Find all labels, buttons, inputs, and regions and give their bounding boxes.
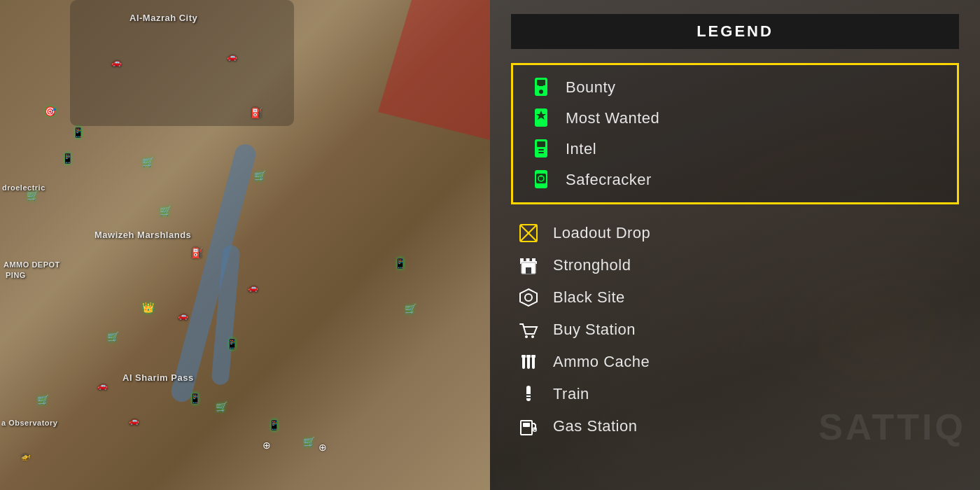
buystation-icon-cell — [511, 320, 546, 340]
label-city: Al-Mazrah City — [130, 13, 197, 23]
svg-rect-1 — [537, 80, 545, 85]
svg-rect-35 — [526, 394, 531, 396]
buystation-icon — [519, 320, 538, 340]
bounty-icon — [533, 78, 550, 97]
map-icon-most-wanted: 👑 — [140, 300, 155, 315]
svg-rect-20 — [520, 258, 524, 262]
safecracker-label: Safecracker — [559, 171, 652, 189]
intel-icon — [533, 139, 550, 159]
label-marshlands: Mawizeh Marshlands — [94, 230, 191, 240]
svg-rect-9 — [538, 152, 544, 153]
most-wanted-label: Most Wanted — [559, 109, 659, 127]
map-icon-intel-7: 📱 — [266, 417, 281, 433]
legend-item-train: Train — [511, 378, 959, 410]
bounty-label: Bounty — [559, 78, 616, 97]
intel-icon-cell — [524, 139, 559, 159]
ammo-icon — [519, 352, 538, 372]
svg-rect-11 — [536, 174, 546, 183]
svg-rect-3 — [539, 85, 543, 86]
map-icon-buy-3: 🛒 — [252, 168, 267, 183]
map-icon-vehicle-2: 🚗 — [224, 49, 239, 64]
label-observatory: a Observatory — [1, 419, 57, 427]
legend-item-safecracker: Safecracker — [524, 164, 946, 195]
svg-rect-34 — [526, 386, 531, 401]
gasstation-icon-cell — [511, 416, 546, 436]
svg-rect-21 — [526, 258, 530, 262]
map-icon-buy-8: 🛒 — [301, 434, 316, 449]
train-icon-cell — [511, 384, 546, 404]
map-icon-crosshair: ⊕ — [259, 438, 274, 453]
stronghold-icon-cell — [511, 255, 546, 275]
map-icon-buy-5: 🛒 — [402, 301, 418, 316]
svg-point-26 — [525, 335, 528, 338]
ammo-label: Ammo Cache — [546, 353, 650, 371]
map-icon-gas-1: ⛽ — [248, 105, 264, 120]
gasstation-icon — [519, 416, 538, 436]
ammo-icon-cell — [511, 352, 546, 372]
legend-item-intel: Intel — [524, 134, 946, 164]
label-sharim: Al Sharim Pass — [122, 372, 194, 383]
svg-rect-22 — [532, 258, 536, 262]
map-icon-intel-6: 📱 — [187, 391, 202, 406]
map-icon-buy-2: 🛒 — [140, 154, 155, 169]
label-ping: PING — [6, 271, 26, 279]
svg-rect-30 — [532, 356, 535, 369]
map-icon-buy-1: 🛒 — [24, 188, 40, 203]
legend-item-ammo: Ammo Cache — [511, 346, 959, 378]
blacksite-icon-cell — [511, 288, 546, 307]
svg-rect-29 — [527, 356, 530, 369]
svg-point-2 — [539, 90, 543, 94]
legend-item-bounty: Bounty — [524, 72, 946, 103]
map-icon-vehicle-1: 🚗 — [108, 55, 124, 70]
legend-title: LEGEND — [696, 22, 774, 40]
map-icon-gas-2: ⛽ — [189, 245, 204, 260]
map-icon-buy-6: 🛒 — [105, 329, 120, 344]
svg-rect-38 — [523, 423, 530, 427]
map-icon-intel-1: 🎯 — [42, 104, 57, 119]
legend-item-most-wanted: Most Wanted — [524, 103, 946, 134]
label-ammo-depot: AMMO DEPOT — [4, 260, 60, 269]
map-panel: Al-Mazrah City Mawizeh Marshlands Al Sha… — [0, 0, 490, 490]
legend-item-gasstation: Gas Station — [511, 410, 959, 442]
map-icon-intel-5: 📱 — [392, 255, 407, 271]
legend-item-stronghold: Stronghold — [511, 249, 959, 281]
stronghold-label: Stronghold — [546, 256, 631, 274]
safecracker-icon-cell — [524, 170, 559, 190]
svg-point-27 — [531, 335, 534, 338]
svg-rect-33 — [531, 355, 536, 358]
most-wanted-icon — [533, 108, 550, 128]
legend-title-bar: LEGEND — [511, 14, 959, 49]
svg-rect-8 — [538, 149, 544, 150]
train-icon — [524, 384, 533, 404]
map-icon-vehicle-5: 🚗 — [94, 378, 110, 393]
intel-label: Intel — [559, 140, 596, 158]
legend-highlighted-section: Bounty Most Wanted — [511, 63, 959, 204]
map-icon-intel-4: 📱 — [224, 336, 239, 351]
map-icon-intel-3: 📱 — [59, 150, 75, 166]
loadout-icon — [519, 223, 538, 243]
legend-panel: SATTIQ LEGEND Bounty — [490, 0, 980, 490]
loadout-label: Loadout Drop — [546, 224, 650, 242]
svg-rect-23 — [526, 267, 531, 274]
buystation-label: Buy Station — [546, 321, 636, 339]
map-icon-intel-2: 📱 — [70, 125, 85, 140]
svg-rect-7 — [537, 141, 545, 147]
bounty-icon-cell — [524, 78, 559, 97]
blacksite-icon — [519, 288, 538, 307]
map-icon-vehicle-6: 🚗 — [126, 413, 141, 428]
legend-item-buystation: Buy Station — [511, 314, 959, 346]
map-icon-buy-9: 🛒 — [35, 392, 50, 407]
map-icon-helicopter: 🚁 — [18, 448, 33, 463]
loadout-icon-cell — [511, 223, 546, 243]
map-icon-buy-7: 🛒 — [214, 399, 229, 414]
svg-rect-28 — [522, 356, 525, 369]
safecracker-icon — [533, 170, 550, 190]
legend-item-blacksite: Black Site — [511, 281, 959, 314]
map-icon-crosshair-2: ⊕ — [315, 440, 330, 455]
map-icon-vehicle-3: 🚗 — [245, 280, 260, 295]
svg-rect-36 — [526, 397, 531, 398]
svg-rect-32 — [526, 355, 531, 358]
train-label: Train — [546, 385, 589, 403]
legend-item-loadout: Loadout Drop — [511, 217, 959, 249]
blacksite-label: Black Site — [546, 288, 625, 307]
